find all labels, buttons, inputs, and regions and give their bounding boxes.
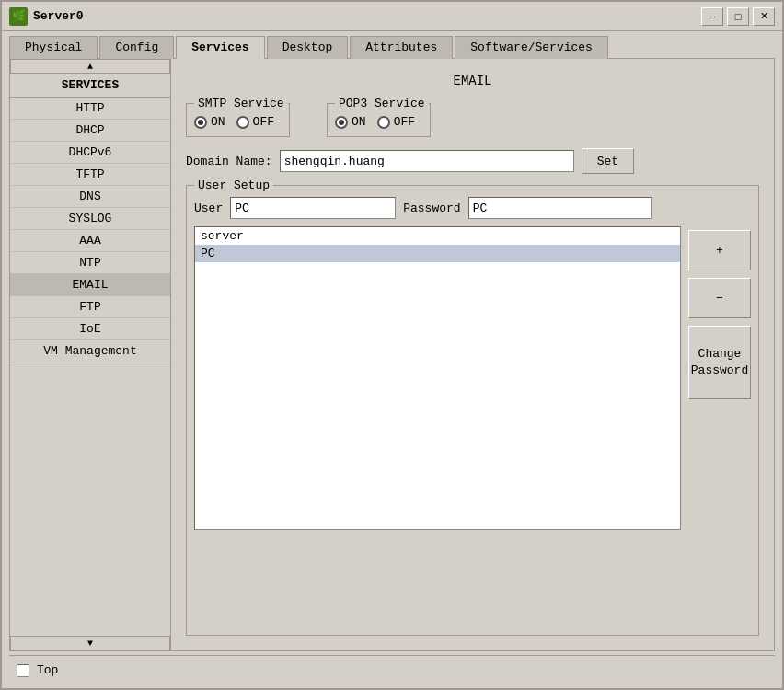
add-user-button[interactable]: + (688, 230, 751, 270)
remove-user-button[interactable]: − (688, 278, 751, 318)
smtp-on-label: ON (211, 115, 225, 129)
title-bar: 🌿 Server0 − □ ✕ (2, 2, 782, 31)
content-area: ▲ SERVICES HTTP DHCP DHCPv6 TFTP DNS SYS… (9, 58, 775, 651)
close-button[interactable]: ✕ (753, 7, 775, 26)
sidebar-item-tftp[interactable]: TFTP (10, 164, 170, 186)
smtp-off-label: OFF (253, 115, 274, 129)
tab-attributes[interactable]: Attributes (350, 36, 453, 59)
sidebar-item-dhcp[interactable]: DHCP (10, 120, 170, 142)
domain-name-input[interactable] (280, 150, 574, 172)
main-window: 🌿 Server0 − □ ✕ Physical Config Services… (0, 0, 784, 690)
sidebar-item-http[interactable]: HTTP (10, 98, 170, 120)
user-field-label: User (194, 201, 223, 215)
sidebar-item-vm-management[interactable]: VM Management (10, 340, 170, 362)
pop3-off-radio-circle (377, 116, 390, 129)
pop3-on-label: ON (352, 115, 366, 129)
sidebar-item-dns[interactable]: DNS (10, 186, 170, 208)
user-list[interactable]: server PC (194, 226, 681, 530)
user-setup-label: User Setup (194, 178, 273, 192)
minimize-button[interactable]: − (701, 7, 723, 26)
domain-name-label: Domain Name: (186, 155, 272, 168)
smtp-service-label: SMTP Service (194, 97, 288, 110)
sidebar-header: SERVICES (10, 74, 170, 98)
top-checkbox[interactable] (17, 664, 29, 677)
domain-name-row: Domain Name: Set (186, 148, 759, 174)
sidebar-item-dhcpv6[interactable]: DHCPv6 (10, 142, 170, 164)
sidebar: ▲ SERVICES HTTP DHCP DHCPv6 TFTP DNS SYS… (10, 59, 171, 650)
smtp-off-radio[interactable]: OFF (236, 115, 274, 129)
user-input[interactable] (230, 197, 396, 219)
pop3-service-group: POP3 Service ON OFF (327, 103, 431, 137)
sidebar-list: SERVICES HTTP DHCP DHCPv6 TFTP DNS SYSLO… (10, 74, 170, 636)
window-controls: − □ ✕ (701, 7, 775, 26)
sidebar-scroll-up[interactable]: ▲ (10, 59, 170, 74)
list-item[interactable]: server (195, 227, 680, 245)
password-input[interactable] (468, 197, 652, 219)
change-password-button[interactable]: ChangePassword (688, 326, 751, 399)
tab-services[interactable]: Services (176, 36, 264, 59)
user-row: User Password (194, 197, 751, 219)
tab-desktop[interactable]: Desktop (267, 36, 349, 59)
tab-config[interactable]: Config (99, 36, 174, 59)
service-row: SMTP Service ON OFF POP3 Servi (186, 103, 759, 137)
smtp-off-radio-circle (236, 116, 249, 129)
password-field-label: Password (403, 201, 460, 215)
smtp-on-radio[interactable]: ON (194, 115, 225, 129)
tab-software-services[interactable]: Software/Services (455, 36, 608, 59)
user-list-area: server PC + − ChangePassword (194, 226, 751, 530)
smtp-service-group: SMTP Service ON OFF (186, 103, 290, 137)
list-item[interactable]: PC (195, 245, 680, 262)
smtp-radio-row: ON OFF (194, 115, 274, 129)
bottom-bar: Top (9, 655, 775, 684)
user-setup-group: User Setup User Password server PC + − (186, 185, 759, 636)
sidebar-item-aaa[interactable]: AAA (10, 230, 170, 252)
sidebar-item-email[interactable]: EMAIL (10, 274, 170, 296)
sidebar-item-ntp[interactable]: NTP (10, 252, 170, 274)
set-button[interactable]: Set (582, 148, 634, 174)
pop3-off-label: OFF (394, 115, 415, 129)
sidebar-item-ioe[interactable]: IoE (10, 318, 170, 340)
tab-physical[interactable]: Physical (9, 36, 98, 59)
tabs-bar: Physical Config Services Desktop Attribu… (2, 31, 782, 58)
pop3-on-radio-circle (335, 116, 348, 129)
window-title: Server0 (33, 9, 701, 23)
smtp-on-radio-circle (194, 116, 207, 129)
list-buttons: + − ChangePassword (688, 226, 751, 530)
pop3-on-radio[interactable]: ON (335, 115, 366, 129)
pop3-off-radio[interactable]: OFF (377, 115, 415, 129)
app-icon: 🌿 (9, 7, 28, 26)
pop3-service-label: POP3 Service (335, 97, 429, 110)
sidebar-item-syslog[interactable]: SYSLOG (10, 208, 170, 230)
top-label: Top (37, 663, 58, 677)
main-panel: EMAIL SMTP Service ON OFF (171, 59, 774, 650)
pop3-radio-row: ON OFF (335, 115, 415, 129)
sidebar-item-ftp[interactable]: FTP (10, 296, 170, 318)
section-title: EMAIL (186, 74, 759, 88)
sidebar-scroll-down[interactable]: ▼ (10, 636, 170, 650)
maximize-button[interactable]: □ (727, 7, 749, 26)
